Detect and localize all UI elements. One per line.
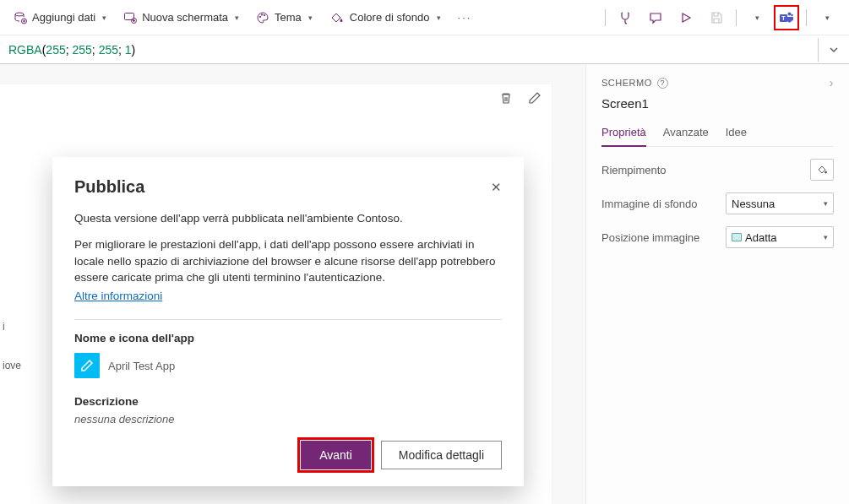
toolbar-right: ▾ T ▾ — [603, 5, 842, 30]
data-icon — [14, 11, 27, 24]
divider — [74, 319, 502, 320]
tab-properties[interactable]: Proprietà — [601, 126, 646, 147]
app-identity: April Test App — [74, 353, 502, 378]
tab-ideas[interactable]: Idee — [726, 126, 747, 146]
bgimage-select[interactable]: Nessuna ▾ — [726, 192, 834, 214]
chevron-down-icon: ▾ — [308, 14, 313, 22]
theme-button[interactable]: Tema ▾ — [249, 8, 319, 28]
screen-name: Screen1 — [601, 96, 834, 111]
description-value: nessuna descrizione — [74, 413, 502, 425]
fill-label: Riempimento — [601, 164, 667, 176]
formula-bar: RGBA(255; 255; 255; 1) — [0, 35, 849, 64]
chevron-down-icon: ▾ — [235, 14, 239, 22]
edit-icon[interactable] — [528, 91, 542, 108]
svg-point-9 — [788, 12, 792, 15]
properties-panel: SCHERMO ? › Screen1 Proprietà Avanzate I… — [585, 64, 849, 504]
edit-details-button[interactable]: Modifica dettagli — [381, 441, 502, 469]
canvas-actions — [499, 91, 542, 108]
svg-text:T: T — [781, 15, 786, 21]
new-screen-button[interactable]: Nuova schermata ▾ — [117, 8, 246, 28]
chevron-down-icon: ▾ — [102, 14, 106, 22]
more-info-link[interactable]: Altre informazioni — [74, 288, 162, 305]
close-icon[interactable]: ✕ — [491, 180, 502, 195]
palette-icon — [256, 11, 269, 24]
chevron-down-icon: ▾ — [824, 199, 828, 208]
new-screen-label: Nuova schermata — [142, 11, 228, 24]
expand-formula-icon[interactable] — [819, 45, 849, 55]
bg-color-button[interactable]: Colore di sfondo ▾ — [323, 8, 448, 27]
description-section-label: Descrizione — [74, 395, 502, 408]
panel-header: SCHERMO ? › — [601, 76, 834, 89]
svg-point-0 — [15, 13, 24, 16]
imgpos-select[interactable]: Adatta ▾ — [726, 226, 834, 248]
panel-tabs: Proprietà Avanzate Idee — [601, 126, 834, 147]
left-fragment: i iove — [0, 307, 24, 385]
help-icon[interactable]: ? — [657, 78, 668, 89]
teams-icon[interactable]: T — [774, 5, 799, 30]
svg-point-6 — [264, 14, 264, 15]
screen-icon — [123, 11, 137, 24]
imgpos-label: Posizione immagine — [601, 231, 699, 244]
toolbar-overflow[interactable]: ··· — [451, 8, 479, 27]
chevron-down-icon[interactable]: ▾ — [814, 5, 839, 30]
fill-picker[interactable] — [810, 159, 834, 181]
image-icon — [732, 233, 742, 241]
top-toolbar: Aggiungi dati ▾ Nuova schermata ▾ Tema ▾… — [0, 0, 849, 35]
chevron-right-icon[interactable]: › — [830, 76, 834, 89]
svg-point-4 — [259, 16, 260, 17]
separator — [806, 9, 807, 26]
app-icon — [74, 353, 100, 378]
dialog-title: Pubblica — [74, 177, 144, 197]
dialog-subtitle: Questa versione dell'app verrà pubblicat… — [74, 212, 502, 225]
bucket-icon — [329, 12, 345, 24]
panel-header-label: SCHERMO — [601, 78, 652, 88]
add-data-label: Aggiungi dati — [32, 11, 95, 24]
svg-point-11 — [825, 171, 827, 173]
svg-point-10 — [791, 14, 793, 16]
bgimage-label: Immagine di sfondo — [601, 198, 697, 210]
chevron-down-icon: ▾ — [824, 233, 828, 241]
play-icon[interactable] — [673, 5, 699, 30]
formula-fn: RGBA — [8, 43, 42, 57]
dialog-body: Per migliorare le prestazioni dell'app, … — [74, 236, 497, 304]
formula-input[interactable]: RGBA(255; 255; 255; 1) — [0, 38, 819, 62]
add-data-button[interactable]: Aggiungi dati ▾ — [7, 8, 113, 28]
separator — [605, 9, 606, 26]
chevron-down-icon: ▾ — [437, 14, 441, 22]
publish-dialog: Pubblica ✕ Questa versione dell'app verr… — [52, 157, 524, 486]
theme-label: Tema — [275, 11, 302, 24]
save-icon[interactable] — [704, 5, 729, 30]
comment-icon[interactable] — [643, 5, 668, 30]
toolbar-left: Aggiungi dati ▾ Nuova schermata ▾ Tema ▾… — [7, 8, 478, 28]
app-name-section-label: Nome e icona dell'app — [74, 332, 502, 344]
tab-advanced[interactable]: Avanzate — [663, 126, 709, 146]
bg-color-label: Colore di sfondo — [350, 11, 430, 24]
dialog-buttons: Avanti Modifica dettagli — [74, 441, 502, 469]
svg-point-5 — [261, 14, 262, 14]
separator — [736, 9, 737, 26]
trash-icon[interactable] — [499, 91, 513, 108]
app-name: April Test App — [108, 360, 175, 372]
next-button[interactable]: Avanti — [301, 441, 371, 469]
chevron-down-icon[interactable]: ▾ — [743, 5, 769, 30]
diagnostics-icon[interactable] — [612, 5, 638, 30]
